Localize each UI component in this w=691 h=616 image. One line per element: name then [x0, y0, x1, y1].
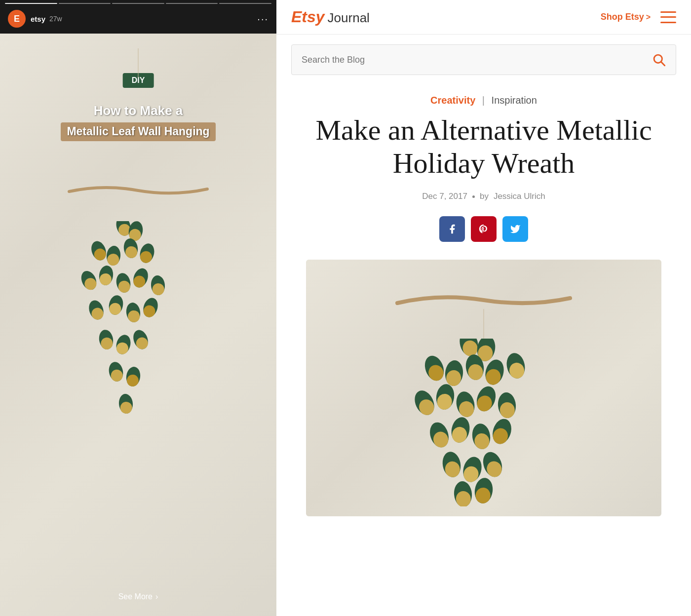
svg-line-43: [661, 62, 665, 66]
leaves-cluster: [59, 221, 217, 428]
right-panel-journal: Etsy Journal Shop Etsy >: [276, 0, 691, 616]
hamburger-line-1: [660, 11, 676, 13]
article-by-prefix: by: [480, 192, 489, 201]
hero-background: [306, 260, 661, 516]
shop-etsy-chevron: >: [646, 13, 651, 22]
left-panel-instagram-story: E etsy 27w ··· DIY How to Make a Metalli…: [0, 0, 276, 616]
story-background: DIY How to Make a Metallic Leaf Wall Han…: [0, 34, 276, 616]
article-meta: Dec 7, 2017 by Jessica Ulrich: [306, 192, 661, 201]
branch-container: [64, 182, 212, 201]
search-bar-container: [291, 44, 676, 75]
story-title-overlay: How to Make a Metallic Leaf Wall Hanging: [14, 103, 263, 141]
see-more-chevron: ›: [155, 592, 158, 601]
story-image: DIY How to Make a Metallic Leaf Wall Han…: [0, 34, 276, 616]
hero-leaves: [385, 339, 582, 506]
facebook-icon: [447, 224, 458, 234]
logo-journal: Journal: [328, 10, 370, 26]
see-more-text: See More: [118, 592, 153, 601]
story-avatar: E: [8, 10, 26, 28]
meta-dot: [472, 195, 475, 198]
search-button[interactable]: [642, 45, 676, 75]
category-creativity[interactable]: Creativity: [430, 95, 475, 106]
story-more-icon[interactable]: ···: [257, 13, 269, 25]
facebook-share-button[interactable]: [439, 216, 465, 242]
article-content: Creativity | Inspiration Make an Alterna…: [276, 85, 691, 616]
story-progress-bars: [0, 0, 276, 4]
article-hero-image: [306, 260, 661, 516]
logo-etsy: Etsy: [291, 8, 325, 26]
journal-logo: Etsy Journal: [291, 8, 370, 26]
twitter-icon: [510, 224, 521, 234]
social-share-buttons: [306, 216, 661, 242]
twitter-share-button[interactable]: [502, 216, 528, 242]
nav-right: Shop Etsy >: [601, 11, 676, 23]
search-icon: [652, 53, 666, 67]
see-more-button[interactable]: See More ›: [118, 592, 158, 601]
hamburger-line-3: [660, 22, 676, 23]
branch-svg: [64, 182, 212, 201]
pinterest-share-button[interactable]: [471, 216, 497, 242]
article-categories: Creativity | Inspiration: [306, 95, 661, 106]
story-username: etsy: [31, 15, 45, 23]
article-author: Jessica Ulrich: [494, 192, 545, 201]
hamburger-line-2: [660, 16, 676, 18]
story-title-line2: Metallic Leaf Wall Hanging: [61, 122, 215, 141]
shop-etsy-label: Shop Etsy: [601, 12, 644, 22]
leaves-svg: [59, 221, 217, 428]
hamburger-menu-button[interactable]: [660, 11, 676, 23]
shop-etsy-button[interactable]: Shop Etsy >: [601, 12, 651, 22]
journal-nav: Etsy Journal Shop Etsy >: [276, 0, 691, 35]
category-inspiration[interactable]: Inspiration: [492, 95, 537, 106]
search-input[interactable]: [292, 46, 642, 74]
story-header: E etsy 27w ···: [0, 4, 276, 34]
string-line: [138, 48, 139, 78]
story-time: 27w: [49, 15, 62, 23]
hero-leaves-svg: [385, 339, 582, 506]
pinterest-icon: [478, 224, 489, 234]
article-date: Dec 7, 2017: [422, 192, 467, 201]
article-title: Make an Alternative Metallic Holiday Wre…: [306, 114, 661, 180]
story-title-line1: How to Make a: [14, 103, 263, 119]
category-separator: |: [482, 95, 485, 106]
story-title-highlight-text: Metallic Leaf Wall Hanging: [67, 125, 209, 138]
